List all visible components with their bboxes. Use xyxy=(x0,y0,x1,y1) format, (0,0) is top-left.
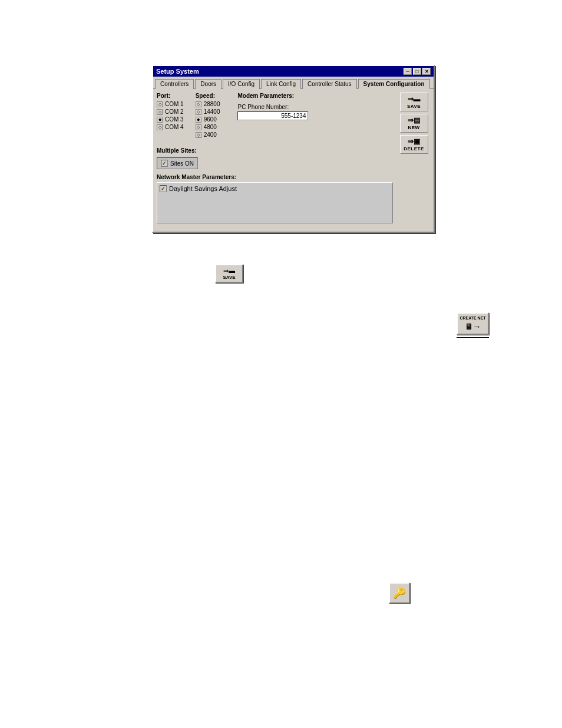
sites-on-label: Sites ON xyxy=(170,160,194,167)
speed-section: Speed: ◇ 28800 ◇ 14400 ◆ 9600 xyxy=(196,93,220,139)
tab-io-config[interactable]: I/O Config xyxy=(223,79,260,89)
radio-com2-indicator: ◇ xyxy=(157,109,163,115)
daylight-checkbox[interactable]: ✓ xyxy=(160,185,167,192)
create-net-icon: 🖥→ xyxy=(465,322,481,331)
daylight-label: Daylight Savings Adjust xyxy=(169,185,237,192)
right-panel: ⇒▬ SAVE ⇒▤ NEW ⇒▣ DELETE xyxy=(398,93,430,228)
radio-com4[interactable]: ◇ COM 4 xyxy=(157,124,184,130)
title-bar-controls: ─ □ ✕ xyxy=(404,68,431,75)
minimize-button[interactable]: ─ xyxy=(404,68,412,75)
radio-14400-label: 14400 xyxy=(204,108,220,115)
multiple-sites-label: Multiple Sites: xyxy=(157,147,393,154)
save-icon: ⇒▬ xyxy=(408,95,421,103)
multiple-sites-section: Multiple Sites: ✓ Sites ON xyxy=(157,147,393,169)
create-net-underline xyxy=(457,337,489,338)
radio-9600[interactable]: ◆ 9600 xyxy=(196,116,220,123)
radio-com2[interactable]: ◇ COM 2 xyxy=(157,108,184,115)
radio-2400[interactable]: ◇ 2400 xyxy=(196,131,220,138)
standalone-save-button[interactable]: ⇒▬ SAVE xyxy=(215,264,243,283)
tab-link-config[interactable]: Link Config xyxy=(261,79,301,89)
maximize-button[interactable]: □ xyxy=(413,68,421,75)
tab-controller-status[interactable]: Controller Status xyxy=(302,79,356,89)
title-bar: Setup System ─ □ ✕ xyxy=(153,66,434,77)
tab-system-configuration[interactable]: System Configuration xyxy=(358,79,430,89)
radio-28800[interactable]: ◇ 28800 xyxy=(196,101,220,107)
close-button[interactable]: ✕ xyxy=(422,68,431,75)
standalone-save-label: SAVE xyxy=(223,275,235,280)
port-section: Port: ◇ COM 1 ◇ COM 2 ◆ COM 3 xyxy=(157,93,184,139)
network-master-box: ✓ Daylight Savings Adjust xyxy=(157,182,393,223)
speed-label: Speed: xyxy=(196,93,220,99)
radio-com1-label: COM 1 xyxy=(165,101,184,107)
delete-label: DELETE xyxy=(404,146,424,151)
left-section: Port: ◇ COM 1 ◇ COM 2 ◆ COM 3 xyxy=(157,93,393,228)
tab-controllers[interactable]: Controllers xyxy=(155,79,194,89)
create-net-label: CREATE NET xyxy=(459,316,485,321)
ports-speeds-row: Port: ◇ COM 1 ◇ COM 2 ◆ COM 3 xyxy=(157,93,393,144)
radio-2400-indicator: ◇ xyxy=(196,132,201,138)
radio-com2-label: COM 2 xyxy=(165,108,184,115)
main-content-row: Port: ◇ COM 1 ◇ COM 2 ◆ COM 3 xyxy=(157,93,430,228)
radio-com1[interactable]: ◇ COM 1 xyxy=(157,101,184,107)
radio-com3[interactable]: ◆ COM 3 xyxy=(157,116,184,123)
delete-icon: ⇒▣ xyxy=(408,138,420,145)
radio-com4-label: COM 4 xyxy=(165,124,184,130)
new-button[interactable]: ⇒▤ NEW xyxy=(400,114,428,133)
radio-9600-indicator: ◆ xyxy=(196,117,201,123)
dialog-content: Port: ◇ COM 1 ◇ COM 2 ◆ COM 3 xyxy=(153,89,434,232)
radio-28800-indicator: ◇ xyxy=(196,101,201,107)
radio-4800-label: 4800 xyxy=(204,124,217,130)
radio-com3-label: COM 3 xyxy=(165,116,184,123)
radio-14400[interactable]: ◇ 14400 xyxy=(196,108,220,115)
radio-4800[interactable]: ◇ 4800 xyxy=(196,124,220,130)
sites-on-area: ✓ Sites ON xyxy=(157,157,198,169)
radio-9600-label: 9600 xyxy=(204,116,217,123)
radio-com1-indicator: ◇ xyxy=(157,101,163,107)
delete-button[interactable]: ⇒▣ DELETE xyxy=(400,135,428,154)
small-icon-button[interactable]: 🔑 xyxy=(389,582,410,604)
network-master-label: Network Master Parameters: xyxy=(157,174,393,180)
radio-14400-indicator: ◇ xyxy=(196,109,201,115)
new-label: NEW xyxy=(408,125,419,130)
sites-on-checkbox[interactable]: ✓ xyxy=(161,160,168,167)
radio-2400-label: 2400 xyxy=(204,131,217,138)
phone-number-label: PC Phone Number: xyxy=(237,104,393,110)
phone-number-input[interactable] xyxy=(237,111,308,120)
modem-params-label: Modem Parameters: xyxy=(237,93,393,99)
small-icon: 🔑 xyxy=(393,587,406,599)
tabs-bar: Controllers Doors I/O Config Link Config… xyxy=(153,77,434,89)
port-label: Port: xyxy=(157,93,184,99)
title-bar-text: Setup System xyxy=(156,68,199,75)
setup-system-dialog: Setup System ─ □ ✕ Controllers Doors I/O… xyxy=(152,65,435,233)
sites-on-row[interactable]: ✓ Sites ON xyxy=(161,160,194,167)
network-master-section: Network Master Parameters: ✓ Daylight Sa… xyxy=(157,174,393,223)
radio-com4-indicator: ◇ xyxy=(157,124,163,130)
phone-number-section: PC Phone Number: xyxy=(237,104,393,120)
save-label: SAVE xyxy=(407,104,421,109)
radio-4800-indicator: ◇ xyxy=(196,124,201,130)
save-button[interactable]: ⇒▬ SAVE xyxy=(400,93,428,111)
modem-params-section: Modem Parameters: PC Phone Number: xyxy=(237,93,393,139)
new-icon: ⇒▤ xyxy=(408,117,420,124)
daylight-row[interactable]: ✓ Daylight Savings Adjust xyxy=(160,185,390,192)
standalone-save-icon: ⇒▬ xyxy=(223,268,235,274)
tab-doors[interactable]: Doors xyxy=(195,79,222,89)
radio-28800-label: 28800 xyxy=(204,101,220,107)
radio-com3-indicator: ◆ xyxy=(157,117,163,123)
create-net-button[interactable]: CREATE NET 🖥→ xyxy=(457,312,489,335)
